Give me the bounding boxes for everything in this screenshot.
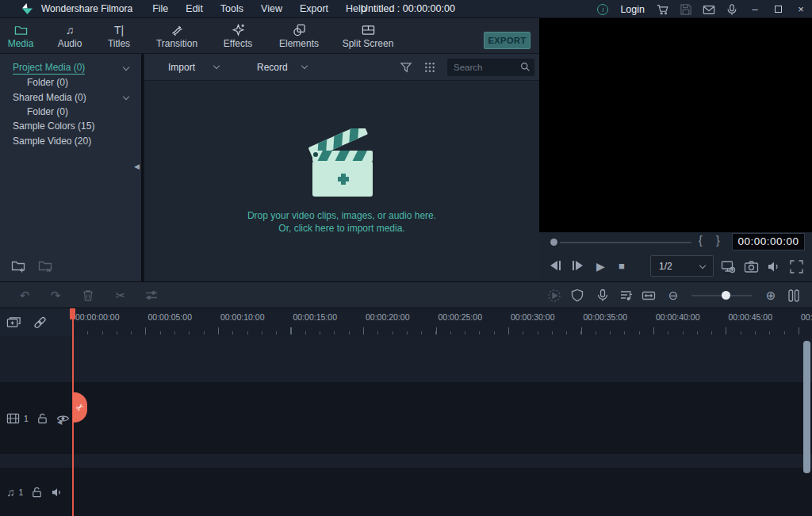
app-name: Wondershare Filmora (41, 3, 132, 14)
tab-media[interactable]: Media (5, 18, 36, 53)
cut-scissors-icon[interactable]: ✂ (113, 289, 128, 303)
export-button[interactable]: EXPORT (484, 32, 530, 49)
filmora-logo-icon (21, 2, 34, 15)
previous-frame-button[interactable] (550, 261, 561, 270)
volume-icon[interactable] (767, 259, 782, 274)
sidebar-item-sample-colors[interactable]: Sample Colors (15) (0, 119, 141, 133)
video-track-header: 1 (0, 382, 73, 454)
sidebar-item-sample-video[interactable]: Sample Video (20) (0, 133, 141, 147)
ruler-label: 00:00:20:00 (366, 312, 409, 322)
dropzone-line2[interactable]: Or, click here to import media. (278, 222, 404, 235)
minimize-button[interactable]: – (749, 0, 761, 18)
grid-view-icon[interactable] (423, 61, 436, 74)
ruler-label: 00:00:45:00 (729, 312, 772, 322)
track-height-toggle-icon[interactable] (787, 289, 801, 303)
tab-media-label: Media (8, 38, 34, 49)
seek-handle[interactable] (550, 239, 557, 246)
sidebar-item-project-media[interactable]: Project Media (0) (0, 61, 141, 75)
audio-track-lane[interactable]: ♫ 1 (0, 468, 812, 516)
login-button[interactable]: Login (620, 4, 645, 15)
menubar: File Edit Tools View Export Help (144, 0, 375, 18)
tab-elements[interactable]: Elements (271, 18, 327, 53)
tab-audio[interactable]: ♫ Audio (49, 18, 90, 53)
media-dropzone[interactable]: Drop your video clips, images, or audio … (144, 81, 539, 281)
elements-shapes-icon (293, 23, 306, 36)
chevron-down-icon[interactable] (213, 63, 220, 69)
undo-icon[interactable]: ↶ (17, 289, 32, 303)
redo-icon[interactable]: ↷ (48, 289, 63, 303)
preview-quality-value: 1/2 (659, 261, 672, 272)
filter-icon[interactable] (400, 61, 412, 74)
timeline-toolbar: ↶ ↷ ✂ ⊖ ⊕ (0, 281, 812, 308)
sidebar-item-folder-2[interactable]: Folder (0) (0, 105, 141, 119)
sidebar-item-label: Folder (0) (27, 77, 68, 88)
video-track-lane[interactable]: 1 (0, 382, 812, 454)
preview-quality-select[interactable]: 1/2 (650, 255, 714, 277)
zoom-to-fit-icon[interactable] (642, 289, 656, 303)
titlebar-actions: i Login – × (597, 0, 807, 18)
fullscreen-icon[interactable] (789, 259, 804, 274)
timeline-scrollbar[interactable] (803, 341, 810, 473)
chevron-down-icon[interactable] (301, 63, 307, 69)
delete-folder-icon[interactable] (38, 258, 54, 273)
add-folder-icon[interactable] (11, 258, 27, 273)
sidebar-collapse-icon[interactable]: ◀ (134, 162, 140, 170)
menu-file[interactable]: File (144, 0, 177, 18)
maximize-button[interactable] (772, 0, 784, 18)
project-title: Untitled : 00:00:00:00 (361, 0, 455, 18)
mail-icon[interactable] (703, 3, 715, 16)
cart-icon[interactable] (657, 3, 669, 16)
sidebar-item-shared-media[interactable]: Shared Media (0) (0, 90, 141, 105)
marker-shield-icon[interactable] (570, 289, 584, 303)
chevron-down-icon (699, 262, 706, 269)
menu-export[interactable]: Export (291, 0, 337, 18)
audio-mixer-icon[interactable] (619, 289, 634, 303)
tab-effects[interactable]: Effects (216, 18, 260, 53)
mark-out-icon[interactable]: } (716, 234, 720, 247)
menu-tools[interactable]: Tools (212, 0, 252, 18)
next-frame-button[interactable] (573, 261, 583, 270)
adjust-properties-icon[interactable] (144, 289, 159, 303)
lock-icon[interactable] (30, 486, 44, 499)
mark-in-icon[interactable]: { (699, 234, 703, 247)
tab-transition[interactable]: Transition (147, 18, 206, 53)
delete-icon[interactable] (81, 289, 95, 303)
snapshot-camera-icon[interactable] (744, 259, 759, 274)
play-button[interactable]: ▶ (596, 261, 605, 272)
zoom-in-icon[interactable]: ⊕ (764, 289, 778, 303)
timeline-ruler[interactable]: 00:00:00:00 00:00:05:00 00:00:10:00 00:0… (73, 308, 812, 336)
sidebar-item-label: Sample Video (20) (13, 136, 91, 147)
manage-tracks-icon[interactable] (6, 315, 21, 330)
sidebar-footer (11, 258, 54, 273)
menu-edit[interactable]: Edit (177, 0, 212, 18)
timeline-panel: 00:00:00:00 00:00:05:00 00:00:10:00 00:0… (0, 308, 812, 516)
playhead-flag[interactable] (70, 308, 75, 319)
display-settings-icon[interactable] (721, 259, 736, 274)
titles-icon: T| (114, 23, 124, 36)
microphone-icon[interactable] (726, 3, 738, 16)
voiceover-mic-icon[interactable] (596, 289, 610, 303)
lock-icon[interactable] (36, 412, 49, 425)
link-clips-icon[interactable] (33, 315, 48, 330)
sidebar-item-label: Project Media (0) (13, 62, 85, 75)
menu-view[interactable]: View (252, 0, 291, 18)
titlebar: Wondershare Filmora File Edit Tools View… (0, 0, 812, 18)
track-scroll-left-icon[interactable]: ◀ (57, 419, 62, 426)
mute-speaker-icon[interactable] (51, 486, 64, 499)
zoom-out-icon[interactable]: ⊖ (666, 289, 680, 303)
info-icon[interactable]: i (597, 4, 608, 15)
timeline-empty-lane[interactable] (0, 336, 812, 382)
tab-split-screen[interactable]: Split Screen (335, 18, 401, 53)
timeline-zoom-handle[interactable] (722, 291, 730, 300)
sidebar-item-folder-1[interactable]: Folder (0) (0, 75, 141, 90)
maximize-icon (775, 6, 782, 13)
ruler-label: 00:00:25:00 (439, 312, 482, 322)
tab-titles[interactable]: T| Titles (98, 18, 140, 53)
seek-track[interactable] (560, 242, 691, 243)
import-button[interactable]: Import (168, 62, 195, 73)
stop-button[interactable]: ■ (619, 261, 625, 271)
save-icon[interactable] (680, 3, 692, 16)
close-button[interactable]: × (795, 0, 807, 18)
render-preview-icon[interactable] (547, 289, 561, 303)
record-button[interactable]: Record (257, 62, 288, 73)
